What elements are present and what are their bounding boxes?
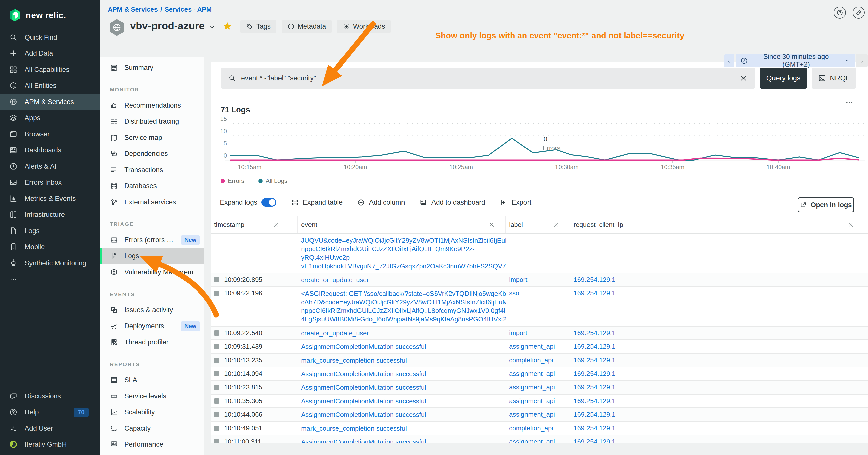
local-nav-recommendations[interactable]: Recommendations: [100, 97, 204, 113]
legend-item-all-logs[interactable]: All Logs: [258, 177, 287, 185]
ip-link[interactable]: 169.254.129.1: [574, 411, 616, 419]
event-link[interactable]: create_or_update_user: [301, 275, 369, 284]
metadata-chip-button[interactable]: Metadata: [282, 20, 332, 33]
remove-column-icon[interactable]: [553, 222, 559, 228]
sidebar-item-metrics-events[interactable]: Metrics & Events: [0, 191, 100, 206]
table-row[interactable]: 10:10:14.094AssignmentCompletionMutation…: [211, 367, 868, 381]
label-link[interactable]: import: [509, 276, 527, 284]
local-nav-databases[interactable]: Databases: [100, 178, 204, 194]
open-in-logs-button[interactable]: Open in logs: [798, 197, 854, 213]
help-button[interactable]: [834, 6, 846, 19]
sidebar-item-add-data[interactable]: Add Data: [0, 45, 100, 62]
copy-link-button[interactable]: [852, 6, 865, 19]
local-nav-transactions[interactable]: Transactions: [100, 162, 204, 178]
event-link[interactable]: create_or_update_user: [301, 329, 369, 337]
query-logs-button[interactable]: Query logs: [760, 67, 807, 89]
local-nav-capacity[interactable]: Capacity: [100, 420, 204, 436]
local-nav-distributed-tracing[interactable]: Distributed tracing: [100, 113, 204, 130]
ip-link[interactable]: 169.254.129.1: [574, 329, 616, 337]
sidebar-item-apps[interactable]: Apps: [0, 110, 100, 126]
sidebar-item-all-entities[interactable]: All Entities: [0, 77, 100, 94]
sidebar-item-infrastructure[interactable]: Infrastructure: [0, 206, 100, 223]
local-nav-vulnerability-management[interactable]: Vulnerability Management: [100, 264, 204, 280]
entity-name[interactable]: vbv-prod-azure: [130, 20, 205, 32]
event-link[interactable]: <ASGIRequest: GET '/sso/callback/?state=…: [301, 289, 505, 324]
event-link[interactable]: AssignmentCompletionMutation successful: [301, 383, 426, 392]
local-nav-performance[interactable]: Performance: [100, 436, 204, 453]
table-row[interactable]: 10:10:23.815AssignmentCompletionMutation…: [211, 381, 868, 394]
local-nav-sla[interactable]: SLA: [100, 372, 204, 388]
sidebar-item-discussions[interactable]: Discussions: [0, 388, 100, 404]
table-row[interactable]: 10:10:49.051mark_course_completion succe…: [211, 422, 868, 435]
label-link[interactable]: assignment_api: [509, 370, 555, 378]
table-row[interactable]: 10:09:22.196<ASGIRequest: GET '/sso/call…: [211, 287, 868, 326]
time-back-button[interactable]: [724, 54, 734, 67]
remove-column-icon[interactable]: [489, 222, 495, 228]
sidebar-item-iterativ-gmbh[interactable]: Iterativ GmbH: [0, 436, 100, 453]
remove-column-icon[interactable]: [847, 222, 854, 228]
event-link[interactable]: AssignmentCompletionMutation successful: [301, 343, 426, 351]
sidebar-item-add-user[interactable]: Add User: [0, 420, 100, 436]
table-row[interactable]: 10:10:13.235mark_course_completion succe…: [211, 354, 868, 367]
table-row[interactable]: 10:09:22.540create_or_update_userimport1…: [211, 326, 868, 340]
event-link[interactable]: AssignmentCompletionMutation successful: [301, 369, 426, 378]
search-input[interactable]: event:* -"label":"security": [241, 74, 734, 82]
column-header-timestamp[interactable]: timestamp: [211, 216, 298, 233]
time-forward-button[interactable]: [857, 54, 868, 67]
export-button[interactable]: Export: [500, 198, 531, 206]
ip-link[interactable]: 169.254.129.1: [574, 276, 616, 284]
table-row[interactable]: JUQVU&code=eyJraWQiOiJjcGltY29yZV8wOTI1M…: [211, 234, 868, 273]
local-nav-deployments[interactable]: DeploymentsNew: [100, 318, 204, 334]
event-link[interactable]: JUQVU&code=eyJraWQiOiJjcGltY29yZV8wOTI1M…: [301, 236, 505, 270]
tags-chip-button[interactable]: Tags: [241, 20, 276, 33]
chevron-down-icon[interactable]: [209, 24, 216, 31]
close-icon[interactable]: [739, 74, 748, 83]
add-column-button[interactable]: Add column: [357, 198, 405, 206]
expand-logs-toggle[interactable]: [261, 198, 277, 206]
sidebar-item-dashboards[interactable]: Dashboards: [0, 142, 100, 158]
table-row[interactable]: 10:10:44.066AssignmentCompletionMutation…: [211, 408, 868, 422]
sidebar-item-quick-find[interactable]: Quick Find: [0, 29, 100, 45]
table-row[interactable]: 10:09:20.895create_or_update_userimport1…: [211, 273, 868, 287]
table-row[interactable]: 10:10:35.305AssignmentCompletionMutation…: [211, 394, 868, 408]
label-link[interactable]: assignment_api: [509, 384, 555, 391]
event-link[interactable]: AssignmentCompletionMutation successful: [301, 397, 426, 405]
label-link[interactable]: sso: [509, 289, 519, 297]
favorite-star-icon[interactable]: [222, 21, 232, 31]
workloads-chip-button[interactable]: Workloads: [337, 20, 391, 33]
event-link[interactable]: AssignmentCompletionMutation successful: [301, 411, 426, 419]
event-link[interactable]: mark_course_completion successful: [301, 356, 407, 364]
brand-logo[interactable]: new relic.: [0, 0, 100, 29]
label-link[interactable]: completion_api: [509, 356, 553, 364]
breadcrumb-current[interactable]: Services - APM: [164, 5, 212, 13]
local-nav-external-services[interactable]: External services: [100, 194, 204, 210]
ip-link[interactable]: 169.254.129.1: [574, 343, 616, 351]
sidebar-item-more[interactable]: [0, 271, 100, 287]
sidebar-item-errors-inbox[interactable]: Errors Inbox: [0, 174, 100, 191]
breadcrumb[interactable]: APM & Services/Services - APM: [108, 5, 212, 13]
sidebar-item-help[interactable]: Help70: [0, 404, 100, 420]
local-nav-thread-profiler[interactable]: Thread profiler: [100, 334, 204, 350]
local-nav-scalability[interactable]: Scalability: [100, 404, 204, 420]
log-search-bar[interactable]: event:* -"label":"security": [220, 67, 755, 89]
ip-link[interactable]: 169.254.129.1: [574, 289, 616, 297]
sidebar-item-alerts-ai[interactable]: Alerts & AI: [0, 158, 100, 174]
expand-table-button[interactable]: Expand table: [291, 198, 343, 206]
table-row[interactable]: 10:09:31.439AssignmentCompletionMutation…: [211, 340, 868, 354]
local-nav-dependencies[interactable]: Dependencies: [100, 145, 204, 162]
sidebar-item-synthetic-monitoring[interactable]: Synthetic Monitoring: [0, 255, 100, 271]
local-nav-issues-activity[interactable]: Issues & activity: [100, 302, 204, 318]
ip-link[interactable]: 169.254.129.1: [574, 370, 616, 378]
local-nav-errors-errors-inb[interactable]: Errors (errors inb...New: [100, 232, 204, 248]
remove-column-icon[interactable]: [273, 222, 279, 228]
sidebar-item-mobile[interactable]: Mobile: [0, 239, 100, 255]
legend-item-errors[interactable]: Errors: [220, 177, 244, 185]
sidebar-item-apm-services[interactable]: APM & Services: [0, 94, 100, 110]
column-header-label[interactable]: label: [505, 216, 570, 233]
local-nav-service-levels[interactable]: Service levels: [100, 388, 204, 404]
label-link[interactable]: assignment_api: [509, 411, 555, 419]
more-options-icon[interactable]: [845, 98, 854, 107]
column-header-request_client_ip[interactable]: request_client_ip: [570, 216, 868, 233]
ip-link[interactable]: 169.254.129.1: [574, 384, 616, 391]
sidebar-item-logs[interactable]: Logs: [0, 223, 100, 239]
